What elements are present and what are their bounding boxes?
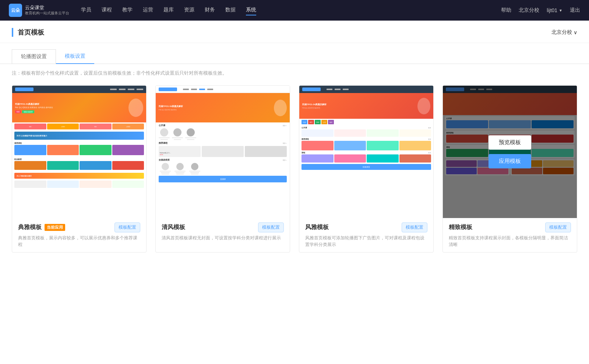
templates-grid: 托福TPO1-54真题及解析P本 Q心·Q语文生·语英语生·论约语生·发约语生 … xyxy=(0,82,589,264)
template-card-jingZhi: 公开课 推荐课程 xyxy=(442,85,577,253)
template-preview-fengYa: 托福TPO1-54真题及解析 P本 Q心·语文学生·知识学生 托福 雅思 考研 … xyxy=(299,86,433,218)
nav-item-course[interactable]: 课程 xyxy=(102,5,112,15)
template-footer-qingFeng: 清风模板 模板配置 清风首页模板课程无封面，可设置按学科分类对课程进行展示 xyxy=(156,218,290,246)
template-card-dianYa: 托福TPO1-54真题及解析P本 Q心·Q语文生·语英语生·论约语生·发约语生 … xyxy=(12,85,147,253)
template-preview-jingZhi: 公开课 推荐课程 xyxy=(443,86,577,218)
user-menu[interactable]: lijt01 ▼ xyxy=(547,7,562,13)
config-button-fengYa[interactable]: 模板配置 xyxy=(402,222,427,232)
template-preview-qingFeng: 托福TPO1-54真题及解析 P本 Q心·语文学生·知识学生 公开课 更多 > xyxy=(156,86,290,218)
config-button-dianYa[interactable]: 模板配置 xyxy=(114,222,140,232)
page-content: 首页模板 北京分校 ∨ 轮播图设置 模板设置 注：模板有部分个性化样式设置，设置… xyxy=(0,21,589,364)
logo-text: 云朵课堂 xyxy=(25,5,69,11)
nav-item-student[interactable]: 学员 xyxy=(81,5,91,15)
template-footer-fengYa: 风雅模板 模板配置 风雅首页模板可添加轮播图下广告图片，可对课程及课程包设置学科… xyxy=(299,218,433,252)
branch-label: 北京分校 xyxy=(551,29,572,36)
logo: 云朵 云朵课堂 教育机构一站式服务云平台 xyxy=(9,4,69,17)
nav-item-finance[interactable]: 财务 xyxy=(205,5,215,15)
note-text: 注：模板有部分个性化样式设置，设置后仅当前模板生效；非个性化样式设置后只针对所有… xyxy=(0,64,589,82)
nav-item-resource[interactable]: 资源 xyxy=(184,5,194,15)
tabs-container: 轮播图设置 模板设置 xyxy=(0,49,589,64)
logo-subtext: 教育机构一站式服务云平台 xyxy=(25,11,69,16)
nav-item-data[interactable]: 数据 xyxy=(225,5,236,15)
logo-icon: 云朵 xyxy=(9,4,22,17)
tab-template[interactable]: 模板设置 xyxy=(56,49,94,64)
navigation: 云朵 云朵课堂 教育机构一站式服务云平台 学员 课程 教学 运营 题库 资源 财… xyxy=(0,0,589,21)
nav-left: 云朵 云朵课堂 教育机构一站式服务云平台 学员 课程 教学 运营 题库 资源 财… xyxy=(9,4,256,17)
branch-selector[interactable]: 北京分校 ∨ xyxy=(551,29,577,36)
username: lijt01 xyxy=(547,7,557,13)
nav-item-system[interactable]: 系统 xyxy=(246,5,256,15)
current-badge: 当前应用 xyxy=(45,224,65,231)
nav-item-question[interactable]: 题库 xyxy=(163,5,174,15)
config-button-qingFeng[interactable]: 模板配置 xyxy=(258,222,284,232)
config-button-jingZhi[interactable]: 模板配置 xyxy=(545,222,571,232)
logo-text-block: 云朵课堂 教育机构一站式服务云平台 xyxy=(25,5,69,16)
nav-item-teaching[interactable]: 教学 xyxy=(122,5,133,15)
help-link[interactable]: 帮助 xyxy=(501,7,511,14)
apply-template-button-jingZhi[interactable]: 应用模板 xyxy=(489,154,531,168)
branch-dropdown-arrow: ∨ xyxy=(574,29,577,35)
tab-carousel[interactable]: 轮播图设置 xyxy=(12,49,56,64)
nav-item-ops[interactable]: 运营 xyxy=(143,5,153,15)
template-card-qingFeng: 托福TPO1-54真题及解析 P本 Q心·语文学生·知识学生 公开课 更多 > xyxy=(155,85,290,253)
template-preview-dianYa: 托福TPO1-54真题及解析P本 Q心·Q语文生·语英语生·论约语生·发约语生 … xyxy=(12,86,146,218)
template-overlay-jingZhi: 预览模板 应用模板 xyxy=(443,86,577,218)
template-desc-dianYa: 典雅首页模板，展示内容较多，可以展示优惠券和多个推荐课程 xyxy=(18,235,140,248)
page-header: 首页模板 北京分校 ∨ xyxy=(0,21,589,43)
template-desc-fengYa: 风雅首页模板可添加轮播图下广告图片，可对课程及课程包设置学科分类展示 xyxy=(305,235,427,248)
template-name-dianYa: 典雅模板 当前应用 xyxy=(18,224,65,231)
template-footer-jingZhi: 精致模板 模板配置 精致首页模板支持课程展示封面，各模板分隔明显，界面简洁清晰 xyxy=(443,218,577,252)
template-name-fengYa: 风雅模板 xyxy=(305,224,329,231)
nav-menu: 学员 课程 教学 运营 题库 资源 财务 数据 系统 xyxy=(81,5,256,15)
template-name-jingZhi: 精致模板 xyxy=(449,224,472,231)
nav-right: 帮助 北京分校 lijt01 ▼ 退出 xyxy=(501,7,580,14)
template-footer-dianYa: 典雅模板 当前应用 模板配置 典雅首页模板，展示内容较多，可以展示优惠券和多个推… xyxy=(12,218,146,252)
template-desc-qingFeng: 清风首页模板课程无封面，可设置按学科分类对课程进行展示 xyxy=(162,235,284,241)
template-name-qingFeng: 清风模板 xyxy=(162,224,185,231)
user-dropdown-arrow: ▼ xyxy=(559,8,562,13)
preview-template-button-jingZhi[interactable]: 预览模板 xyxy=(489,135,531,150)
template-desc-jingZhi: 精致首页模板支持课程展示封面，各模板分隔明显，界面简洁清晰 xyxy=(449,235,571,248)
branch-name[interactable]: 北京分校 xyxy=(519,7,539,14)
template-card-fengYa: 托福TPO1-54真题及解析 P本 Q心·语文学生·知识学生 托福 雅思 考研 … xyxy=(299,85,434,253)
page-title: 首页模板 xyxy=(12,28,44,37)
logout-link[interactable]: 退出 xyxy=(570,7,580,14)
